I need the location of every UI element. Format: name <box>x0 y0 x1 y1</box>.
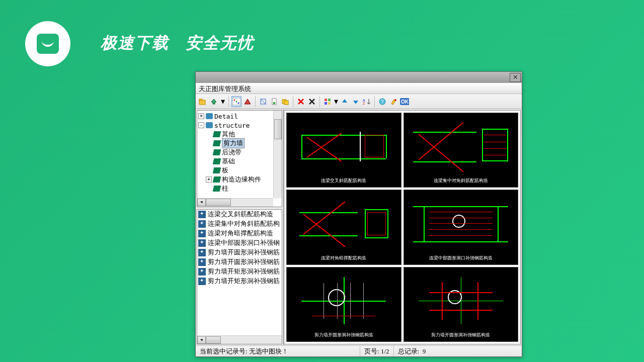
measure-button[interactable] <box>258 96 268 107</box>
statusbar: 当前选中记录号: 无选中图块！ 页号: 1/2 总记录: 9 <box>196 345 522 356</box>
tree-label: 后浇带 <box>222 148 242 157</box>
book-icon <box>213 131 221 137</box>
expand-toggle[interactable]: + <box>206 176 212 183</box>
expand-toggle[interactable]: - <box>198 122 204 128</box>
delete-x-red[interactable] <box>296 96 306 107</box>
svg-point-4 <box>236 101 237 102</box>
list-hscroll[interactable]: ◂ <box>197 335 282 344</box>
list-item[interactable]: 剪力墙开矩形洞补强钢筋 <box>197 277 282 286</box>
list-item[interactable]: 连梁对角暗撑配筋构造 <box>197 229 282 238</box>
list-label: 剪力墙开圆形洞补强钢筋 <box>208 257 280 266</box>
tree-item-8[interactable]: 柱 <box>198 184 281 193</box>
app-window: ✕ 天正图库管理系统 ▾ ▾ AZ ? OK +Detail-structure… <box>195 71 522 357</box>
up-button[interactable] <box>209 96 219 107</box>
thumbnail[interactable]: 连梁交叉斜筋配筋构造 <box>286 113 401 188</box>
tree-label: 基础 <box>222 157 235 166</box>
layout-button[interactable] <box>323 96 333 107</box>
svg-text:OK: OK <box>401 99 409 105</box>
svg-rect-15 <box>325 102 327 105</box>
thumbnail[interactable]: 剪力墙开圆形洞补强钢筋构造 <box>404 267 519 342</box>
block-icon <box>198 239 206 247</box>
list-label: 剪力墙开矩形洞补强钢筋 <box>208 267 280 276</box>
expand-toggle[interactable]: + <box>198 113 204 119</box>
app-logo <box>25 21 70 66</box>
tree-vscroll[interactable] <box>273 111 282 198</box>
book-icon <box>213 186 221 192</box>
status-selection-value: 无选中图块！ <box>249 347 288 356</box>
move-up-button[interactable] <box>340 96 350 107</box>
folder-icon <box>206 113 213 119</box>
book-icon <box>213 140 221 146</box>
dropdown-toggle[interactable]: ▾ <box>220 96 226 107</box>
svg-rect-12 <box>284 101 288 105</box>
svg-point-21 <box>394 99 396 101</box>
status-page-label: 页号: <box>364 347 379 356</box>
cards-button[interactable] <box>280 96 290 107</box>
move-down-button[interactable] <box>351 96 361 107</box>
book-icon <box>213 149 221 155</box>
view-dots-button[interactable] <box>231 96 242 107</box>
promo-banner: 极速下载 安全无忧 <box>101 32 265 54</box>
tree-item-5[interactable]: 基础 <box>198 157 281 166</box>
ok-button[interactable]: OK <box>399 96 410 107</box>
thumbnail[interactable]: 连梁集中对角斜筋配筋构造 <box>404 113 519 188</box>
book-icon <box>213 167 221 173</box>
svg-marker-6 <box>245 99 251 104</box>
tree-panel: +Detail-structure其他剪力墙后浇带基础板+构造边缘构件柱 ◂ <box>197 110 282 207</box>
delete-x-black[interactable] <box>307 96 317 107</box>
block-icon <box>198 278 206 285</box>
svg-rect-16 <box>328 102 331 105</box>
list-item[interactable]: 剪力墙开圆形洞补强钢筋 <box>197 257 282 267</box>
thumbnail-grid: 连梁交叉斜筋配筋构造连梁集中对角斜筋配筋构造连梁对角暗撑配筋构造连梁中部圆形洞口… <box>284 110 521 344</box>
tree-item-7[interactable]: +构造边缘构件 <box>198 175 281 184</box>
tree-item-2[interactable]: 其他 <box>198 130 281 139</box>
close-button[interactable]: ✕ <box>510 73 521 82</box>
thumb-caption: 连梁交叉斜筋配筋构造 <box>321 177 366 184</box>
layout-dropdown[interactable]: ▾ <box>334 96 339 107</box>
thumbnail[interactable]: 连梁对角暗撑配筋构造 <box>286 190 401 264</box>
block-icon <box>198 220 206 228</box>
tree-item-3[interactable]: 剪力墙 <box>198 139 281 148</box>
svg-rect-13 <box>325 99 327 101</box>
block-icon <box>198 211 206 218</box>
svg-text:Z: Z <box>363 102 365 105</box>
block-icon <box>198 258 206 266</box>
open-button[interactable] <box>198 96 208 107</box>
file-button[interactable] <box>269 96 279 107</box>
thumbnail[interactable]: 剪力墙开圆形洞补强钢筋构造 <box>286 267 401 342</box>
tree-item-6[interactable]: 板 <box>198 166 281 175</box>
help-button[interactable]: ? <box>377 96 387 107</box>
status-total-label: 总记录: <box>398 347 420 356</box>
list-item[interactable]: 剪力墙开矩形洞补强钢筋 <box>197 267 282 277</box>
tree-label: 构造边缘构件 <box>222 175 261 184</box>
list-item[interactable]: 连梁交叉斜筋配筋构造 <box>197 210 282 219</box>
tree-label: structure <box>214 122 250 129</box>
list-item[interactable]: 连梁中部圆形洞口补强钢 <box>197 238 282 248</box>
titlebar[interactable]: ✕ <box>196 72 522 83</box>
list-label: 连梁对角暗撑配筋构造 <box>208 229 273 238</box>
tree-label: 其他 <box>222 130 235 139</box>
block-icon <box>198 230 206 237</box>
list-item[interactable]: 连梁集中对角斜筋配筋构 <box>197 219 282 229</box>
tree-item-1[interactable]: -structure <box>198 121 281 130</box>
list-item[interactable]: 剪力墙开圆形洞补强钢筋 <box>197 248 282 257</box>
svg-point-3 <box>234 99 235 101</box>
toolbar: ▾ ▾ AZ ? OK <box>196 94 522 109</box>
promo-text-2: 安全无忧 <box>186 34 254 52</box>
thumbnail[interactable]: 连梁中部圆形洞口补强钢筋构造 <box>404 190 519 264</box>
thumb-caption: 剪力墙开圆形洞补强钢筋构造 <box>314 332 373 338</box>
thumb-caption: 连梁对角暗撑配筋构造 <box>321 255 366 261</box>
folder-icon <box>206 122 213 128</box>
list-label: 剪力墙开圆形洞补强钢筋 <box>208 248 280 257</box>
list-panel: 连梁交叉斜筋配筋构造连梁集中对角斜筋配筋构连梁对角暗撑配筋构造连梁中部圆形洞口补… <box>197 209 282 344</box>
tree-hscroll[interactable]: ◂ <box>197 198 273 207</box>
brush-button[interactable] <box>388 96 398 107</box>
tree-label: 剪力墙 <box>222 138 245 148</box>
svg-point-5 <box>238 102 239 104</box>
tree-label: 柱 <box>222 184 228 193</box>
tree-label: Detail <box>214 113 238 120</box>
sort-button[interactable]: AZ <box>362 96 372 107</box>
tree-item-0[interactable]: +Detail <box>198 112 281 121</box>
view-pyramid-button[interactable] <box>243 96 253 107</box>
tree-item-4[interactable]: 后浇带 <box>198 148 281 157</box>
